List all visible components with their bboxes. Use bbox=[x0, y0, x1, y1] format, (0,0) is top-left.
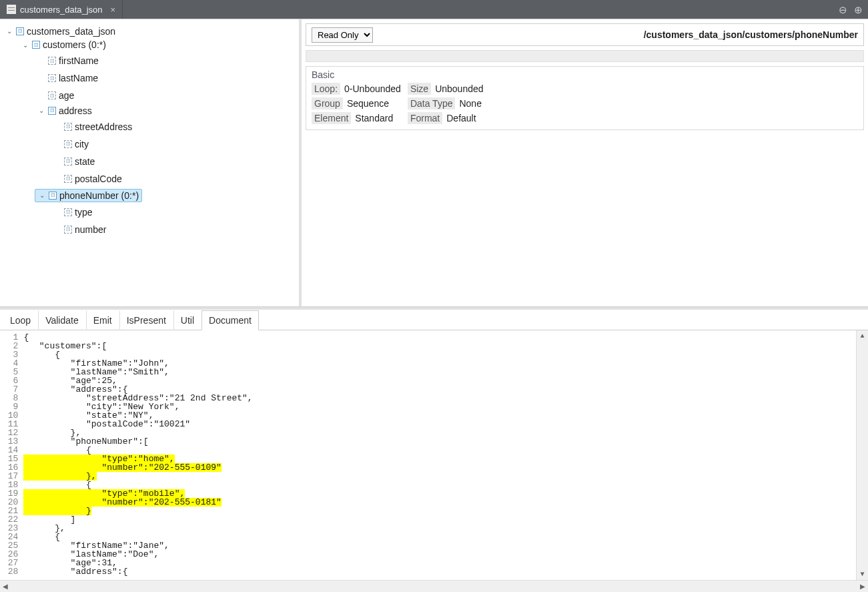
code-line: "lastName":"Doe", bbox=[23, 550, 856, 559]
vertical-scrollbar[interactable]: ▲ ▼ bbox=[856, 330, 868, 580]
collapse-icon[interactable]: ⌄ bbox=[38, 192, 46, 199]
tree-node-label: age bbox=[59, 90, 74, 101]
bottom-tab-strip: LoopValidateEmitIsPresentUtilDocument bbox=[0, 310, 868, 330]
tree-node[interactable]: ⊡lastName bbox=[35, 72, 101, 84]
property-cell: GroupSequence bbox=[312, 97, 401, 109]
line-number-gutter: 1 2 3 4 5 6 7 8 9 10 11 12 13 14 15 16 1… bbox=[0, 330, 23, 580]
code-line: { bbox=[23, 333, 856, 342]
horizontal-scrollbar[interactable]: ◀ ▶ bbox=[0, 580, 868, 592]
editor-tab[interactable]: customers_data_json × bbox=[0, 0, 123, 19]
tree-node-label: streetAddress bbox=[75, 121, 132, 132]
tree-node[interactable]: ⊡age bbox=[35, 89, 77, 101]
code-line: "age":25, bbox=[23, 376, 856, 385]
bottom-panel: LoopValidateEmitIsPresentUtilDocument 1 … bbox=[0, 307, 868, 592]
code-line: ] bbox=[23, 515, 856, 524]
tab-util[interactable]: Util bbox=[173, 310, 201, 330]
code-line: } bbox=[23, 507, 856, 515]
property-value: Sequence bbox=[347, 98, 389, 109]
tab-title: customers_data_json bbox=[20, 5, 103, 15]
tree-node-label: city bbox=[75, 139, 89, 150]
tree-node-label: customers_data_json bbox=[27, 26, 115, 37]
tree-node-label: state bbox=[75, 156, 95, 167]
scroll-left-icon[interactable]: ◀ bbox=[3, 583, 8, 590]
property-label: Size bbox=[408, 83, 431, 95]
property-value: Default bbox=[446, 113, 476, 123]
main-split: ⌄⊡customers_data_json⌄⊡customers (0:*)⊡f… bbox=[0, 19, 868, 307]
tab-emit[interactable]: Emit bbox=[86, 310, 119, 330]
tree-node-label: firstName bbox=[59, 55, 99, 66]
close-icon[interactable]: × bbox=[111, 5, 116, 15]
code-line: "customers":[ bbox=[23, 342, 856, 350]
scroll-right-icon[interactable]: ▶ bbox=[860, 583, 865, 590]
basic-group: Basic Loop:0-UnboundedSizeUnboundedGroup… bbox=[306, 66, 864, 130]
property-cell: ElementStandard bbox=[312, 112, 401, 124]
code-line: "postalCode":"10021" bbox=[23, 420, 856, 428]
property-cell: Data TypeNone bbox=[408, 97, 484, 109]
tree-node[interactable]: ⊡type bbox=[51, 206, 95, 218]
tree-node-label: type bbox=[75, 207, 92, 218]
field-icon: ⊡ bbox=[64, 226, 72, 234]
tree-node[interactable]: ⌄⊡address bbox=[35, 105, 95, 117]
editor-tab-bar: customers_data_json × ⊖ ⊕ bbox=[0, 0, 868, 19]
tree-node[interactable]: ⊡streetAddress bbox=[51, 121, 135, 133]
code-line: "address":{ bbox=[23, 567, 856, 576]
tree-node[interactable]: ⊡number bbox=[51, 224, 109, 236]
document-icon bbox=[7, 5, 16, 14]
schema-tree: ⌄⊡customers_data_json⌄⊡customers (0:*)⊡f… bbox=[0, 23, 299, 241]
tree-node[interactable]: ⌄⊡customers_data_json bbox=[3, 25, 118, 37]
tree-node[interactable]: ⌄⊡phoneNumber (0:*) bbox=[35, 189, 142, 202]
property-cell: FormatDefault bbox=[408, 112, 484, 124]
tab-ispresent[interactable]: IsPresent bbox=[119, 310, 173, 330]
collapse-icon[interactable]: ⌄ bbox=[37, 107, 45, 114]
object-icon: ⊡ bbox=[49, 192, 57, 200]
node-path: /customers_data_json/customers/phoneNumb… bbox=[644, 29, 858, 40]
tree-node-label: number bbox=[75, 224, 106, 235]
code-editor: 1 2 3 4 5 6 7 8 9 10 11 12 13 14 15 16 1… bbox=[0, 330, 868, 580]
mode-select[interactable]: Read Only bbox=[312, 27, 373, 43]
object-icon: ⊡ bbox=[16, 27, 24, 35]
tree-node-label: postalCode bbox=[75, 174, 122, 184]
property-value: Unbounded bbox=[435, 83, 483, 94]
tree-node-label: address bbox=[59, 105, 92, 116]
field-icon: ⊡ bbox=[64, 158, 72, 166]
tree-panel: ⌄⊡customers_data_json⌄⊡customers (0:*)⊡f… bbox=[0, 19, 302, 306]
code-line: "age":31, bbox=[23, 559, 856, 567]
field-icon: ⊡ bbox=[64, 208, 72, 216]
field-icon: ⊡ bbox=[64, 175, 72, 183]
scroll-down-icon[interactable]: ▼ bbox=[860, 569, 864, 580]
tab-validate[interactable]: Validate bbox=[38, 310, 86, 330]
property-label: Loop: bbox=[312, 83, 340, 95]
property-label: Element bbox=[312, 112, 351, 124]
detail-separator bbox=[306, 50, 864, 62]
maximize-icon[interactable]: ⊕ bbox=[854, 5, 863, 15]
basic-grid: Loop:0-UnboundedSizeUnboundedGroupSequen… bbox=[306, 80, 863, 129]
tree-node[interactable]: ⊡city bbox=[51, 138, 91, 150]
tree-node-label: phoneNumber (0:*) bbox=[59, 190, 139, 201]
code-line: "phoneNumber":[ bbox=[23, 437, 856, 446]
property-value: 0-Unbounded bbox=[344, 83, 401, 94]
code-body[interactable]: { "customers":[ { "firstName":"John", "l… bbox=[23, 330, 856, 580]
basic-legend: Basic bbox=[306, 67, 863, 80]
tab-document[interactable]: Document bbox=[201, 310, 259, 330]
object-icon: ⊡ bbox=[32, 41, 40, 49]
property-label: Format bbox=[408, 112, 442, 124]
scroll-up-icon[interactable]: ▲ bbox=[860, 330, 864, 342]
property-value: Standard bbox=[355, 113, 393, 123]
tab-loop[interactable]: Loop bbox=[3, 310, 38, 330]
detail-panel: Read Only /customers_data_json/customers… bbox=[302, 19, 868, 306]
property-value: None bbox=[459, 98, 481, 109]
code-line: "number":"202-555-0181" bbox=[23, 498, 856, 507]
tree-node[interactable]: ⊡firstName bbox=[35, 55, 101, 67]
code-line: "lastName":"Smith", bbox=[23, 368, 856, 376]
field-icon: ⊡ bbox=[48, 57, 56, 65]
tree-node-label: customers (0:*) bbox=[43, 39, 106, 50]
minimize-icon[interactable]: ⊖ bbox=[839, 5, 847, 15]
collapse-icon[interactable]: ⌄ bbox=[5, 27, 13, 35]
tree-node[interactable]: ⊡postalCode bbox=[51, 173, 125, 185]
tree-node-label: lastName bbox=[59, 73, 98, 83]
collapse-icon[interactable]: ⌄ bbox=[21, 41, 29, 49]
code-line: "number":"202-555-0109" bbox=[23, 463, 856, 472]
tree-node[interactable]: ⊡state bbox=[51, 156, 97, 168]
tree-node[interactable]: ⌄⊡customers (0:*) bbox=[19, 39, 109, 51]
detail-header: Read Only /customers_data_json/customers… bbox=[306, 23, 864, 46]
